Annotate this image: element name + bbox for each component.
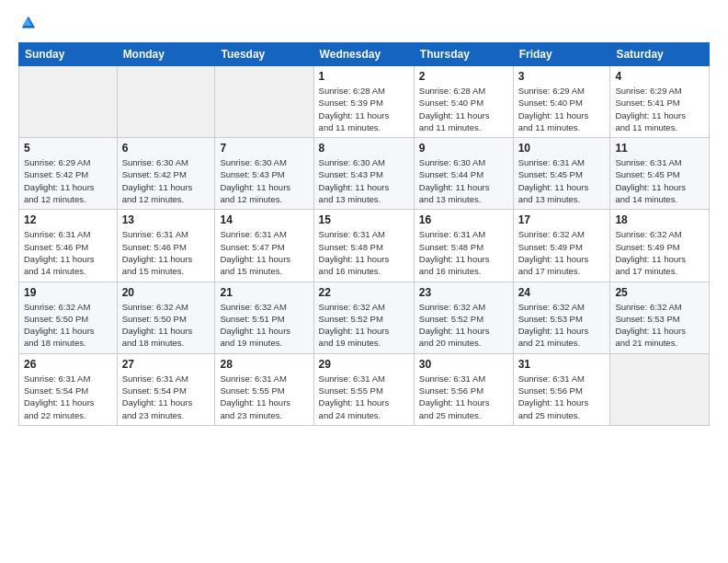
day-number: 2 xyxy=(419,70,508,83)
day-info: Sunrise: 6:31 AM Sunset: 5:47 PM Dayligh… xyxy=(220,228,308,277)
calendar-cell: 1Sunrise: 6:28 AM Sunset: 5:39 PM Daylig… xyxy=(313,66,414,138)
day-info: Sunrise: 6:31 AM Sunset: 5:55 PM Dayligh… xyxy=(220,373,308,421)
calendar-cell: 8Sunrise: 6:30 AM Sunset: 5:43 PM Daylig… xyxy=(313,138,414,210)
day-number: 25 xyxy=(615,286,704,299)
day-info: Sunrise: 6:31 AM Sunset: 5:56 PM Dayligh… xyxy=(419,373,508,421)
calendar-cell: 7Sunrise: 6:30 AM Sunset: 5:43 PM Daylig… xyxy=(215,138,313,210)
weekday-header-friday: Friday xyxy=(513,43,610,66)
calendar-cell xyxy=(19,66,118,138)
calendar-cell: 28Sunrise: 6:31 AM Sunset: 5:55 PM Dayli… xyxy=(215,353,313,425)
day-info: Sunrise: 6:31 AM Sunset: 5:46 PM Dayligh… xyxy=(122,228,210,277)
day-number: 24 xyxy=(518,286,606,299)
calendar-cell: 23Sunrise: 6:32 AM Sunset: 5:52 PM Dayli… xyxy=(414,282,513,353)
calendar-cell: 24Sunrise: 6:32 AM Sunset: 5:53 PM Dayli… xyxy=(513,282,610,353)
calendar-cell: 3Sunrise: 6:29 AM Sunset: 5:40 PM Daylig… xyxy=(513,66,610,138)
calendar-cell: 10Sunrise: 6:31 AM Sunset: 5:45 PM Dayli… xyxy=(513,138,610,210)
calendar-cell: 13Sunrise: 6:31 AM Sunset: 5:46 PM Dayli… xyxy=(117,210,215,282)
day-number: 6 xyxy=(122,142,210,155)
day-info: Sunrise: 6:32 AM Sunset: 5:53 PM Dayligh… xyxy=(615,301,704,350)
day-number: 1 xyxy=(319,70,409,83)
calendar-cell: 4Sunrise: 6:29 AM Sunset: 5:41 PM Daylig… xyxy=(610,66,710,138)
weekday-header-sunday: Sunday xyxy=(19,43,118,66)
day-number: 20 xyxy=(122,286,210,299)
day-number: 26 xyxy=(24,358,112,371)
day-number: 15 xyxy=(319,213,409,226)
day-info: Sunrise: 6:30 AM Sunset: 5:43 PM Dayligh… xyxy=(319,156,409,205)
day-info: Sunrise: 6:32 AM Sunset: 5:52 PM Dayligh… xyxy=(319,301,409,350)
calendar-week-5: 26Sunrise: 6:31 AM Sunset: 5:54 PM Dayli… xyxy=(19,353,710,425)
day-number: 8 xyxy=(319,142,409,155)
day-number: 7 xyxy=(220,142,308,155)
day-number: 5 xyxy=(24,142,112,155)
calendar-cell: 16Sunrise: 6:31 AM Sunset: 5:48 PM Dayli… xyxy=(414,210,513,282)
calendar-cell: 6Sunrise: 6:30 AM Sunset: 5:42 PM Daylig… xyxy=(117,138,215,210)
calendar-cell: 19Sunrise: 6:32 AM Sunset: 5:50 PM Dayli… xyxy=(19,282,118,353)
calendar-cell: 20Sunrise: 6:32 AM Sunset: 5:50 PM Dayli… xyxy=(117,282,215,353)
day-number: 13 xyxy=(122,213,210,226)
header xyxy=(18,15,710,31)
day-number: 21 xyxy=(220,286,308,299)
calendar-cell: 21Sunrise: 6:32 AM Sunset: 5:51 PM Dayli… xyxy=(215,282,313,353)
weekday-header-tuesday: Tuesday xyxy=(215,43,313,66)
day-number: 30 xyxy=(419,358,508,371)
day-info: Sunrise: 6:29 AM Sunset: 5:42 PM Dayligh… xyxy=(24,156,112,205)
page: SundayMondayTuesdayWednesdayThursdayFrid… xyxy=(0,0,728,563)
day-number: 16 xyxy=(419,213,508,226)
day-number: 27 xyxy=(122,358,210,371)
day-info: Sunrise: 6:29 AM Sunset: 5:40 PM Dayligh… xyxy=(518,85,606,133)
calendar-week-4: 19Sunrise: 6:32 AM Sunset: 5:50 PM Dayli… xyxy=(19,282,710,353)
calendar-week-2: 5Sunrise: 6:29 AM Sunset: 5:42 PM Daylig… xyxy=(19,138,710,210)
day-number: 3 xyxy=(518,70,606,83)
day-info: Sunrise: 6:32 AM Sunset: 5:49 PM Dayligh… xyxy=(518,228,606,277)
day-info: Sunrise: 6:31 AM Sunset: 5:54 PM Dayligh… xyxy=(24,373,112,421)
day-info: Sunrise: 6:32 AM Sunset: 5:49 PM Dayligh… xyxy=(615,228,704,277)
day-number: 22 xyxy=(319,286,409,299)
calendar-cell: 22Sunrise: 6:32 AM Sunset: 5:52 PM Dayli… xyxy=(313,282,414,353)
calendar-cell xyxy=(610,353,710,425)
calendar-cell: 25Sunrise: 6:32 AM Sunset: 5:53 PM Dayli… xyxy=(610,282,710,353)
day-info: Sunrise: 6:31 AM Sunset: 5:46 PM Dayligh… xyxy=(24,228,112,277)
weekday-header-wednesday: Wednesday xyxy=(313,43,414,66)
day-info: Sunrise: 6:28 AM Sunset: 5:39 PM Dayligh… xyxy=(319,85,409,133)
calendar-cell: 15Sunrise: 6:31 AM Sunset: 5:48 PM Dayli… xyxy=(313,210,414,282)
day-number: 23 xyxy=(419,286,508,299)
calendar-header-row: SundayMondayTuesdayWednesdayThursdayFrid… xyxy=(19,43,710,66)
day-info: Sunrise: 6:31 AM Sunset: 5:54 PM Dayligh… xyxy=(122,373,210,421)
weekday-header-saturday: Saturday xyxy=(610,43,710,66)
weekday-header-thursday: Thursday xyxy=(414,43,513,66)
day-info: Sunrise: 6:32 AM Sunset: 5:50 PM Dayligh… xyxy=(122,301,210,350)
calendar-cell: 12Sunrise: 6:31 AM Sunset: 5:46 PM Dayli… xyxy=(19,210,118,282)
calendar-cell: 14Sunrise: 6:31 AM Sunset: 5:47 PM Dayli… xyxy=(215,210,313,282)
calendar-cell: 29Sunrise: 6:31 AM Sunset: 5:55 PM Dayli… xyxy=(313,353,414,425)
day-number: 10 xyxy=(518,142,606,155)
day-info: Sunrise: 6:31 AM Sunset: 5:48 PM Dayligh… xyxy=(319,228,409,277)
day-info: Sunrise: 6:32 AM Sunset: 5:51 PM Dayligh… xyxy=(220,301,308,350)
day-number: 14 xyxy=(220,213,308,226)
calendar-cell: 2Sunrise: 6:28 AM Sunset: 5:40 PM Daylig… xyxy=(414,66,513,138)
day-number: 9 xyxy=(419,142,508,155)
calendar-cell: 5Sunrise: 6:29 AM Sunset: 5:42 PM Daylig… xyxy=(19,138,118,210)
day-info: Sunrise: 6:28 AM Sunset: 5:40 PM Dayligh… xyxy=(419,85,508,133)
day-info: Sunrise: 6:31 AM Sunset: 5:45 PM Dayligh… xyxy=(518,156,606,205)
calendar-body: 1Sunrise: 6:28 AM Sunset: 5:39 PM Daylig… xyxy=(19,66,710,426)
day-info: Sunrise: 6:31 AM Sunset: 5:55 PM Dayligh… xyxy=(319,373,409,421)
day-info: Sunrise: 6:31 AM Sunset: 5:48 PM Dayligh… xyxy=(419,228,508,277)
day-number: 19 xyxy=(24,286,112,299)
weekday-header-monday: Monday xyxy=(117,43,215,66)
day-info: Sunrise: 6:30 AM Sunset: 5:42 PM Dayligh… xyxy=(122,156,210,205)
day-info: Sunrise: 6:30 AM Sunset: 5:43 PM Dayligh… xyxy=(220,156,308,205)
day-number: 29 xyxy=(319,358,409,371)
logo xyxy=(18,15,37,31)
calendar-week-1: 1Sunrise: 6:28 AM Sunset: 5:39 PM Daylig… xyxy=(19,66,710,138)
calendar-cell: 30Sunrise: 6:31 AM Sunset: 5:56 PM Dayli… xyxy=(414,353,513,425)
day-info: Sunrise: 6:32 AM Sunset: 5:50 PM Dayligh… xyxy=(24,301,112,350)
day-info: Sunrise: 6:31 AM Sunset: 5:45 PM Dayligh… xyxy=(615,156,704,205)
day-info: Sunrise: 6:32 AM Sunset: 5:53 PM Dayligh… xyxy=(518,301,606,350)
day-number: 4 xyxy=(615,70,704,83)
logo-icon xyxy=(20,15,37,31)
day-info: Sunrise: 6:32 AM Sunset: 5:52 PM Dayligh… xyxy=(419,301,508,350)
day-number: 31 xyxy=(518,358,606,371)
calendar-cell xyxy=(117,66,215,138)
calendar-cell: 18Sunrise: 6:32 AM Sunset: 5:49 PM Dayli… xyxy=(610,210,710,282)
calendar-table: SundayMondayTuesdayWednesdayThursdayFrid… xyxy=(18,42,710,426)
